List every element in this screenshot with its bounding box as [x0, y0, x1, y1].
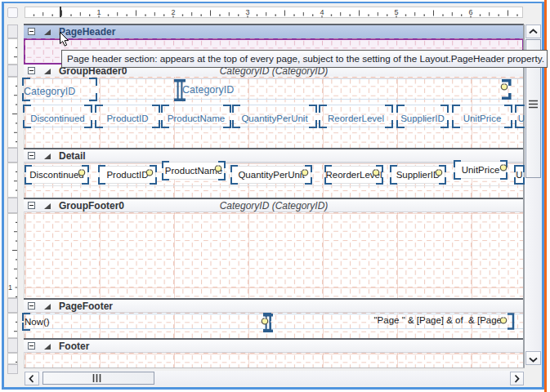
svg-text:1: 1	[8, 283, 12, 292]
svg-text:1: 1	[96, 8, 101, 16]
svg-text:3: 3	[245, 8, 249, 16]
svg-text:2: 2	[171, 8, 175, 16]
svg-text:5: 5	[394, 8, 398, 16]
svg-text:6: 6	[468, 8, 472, 16]
svg-text:4: 4	[320, 8, 324, 16]
